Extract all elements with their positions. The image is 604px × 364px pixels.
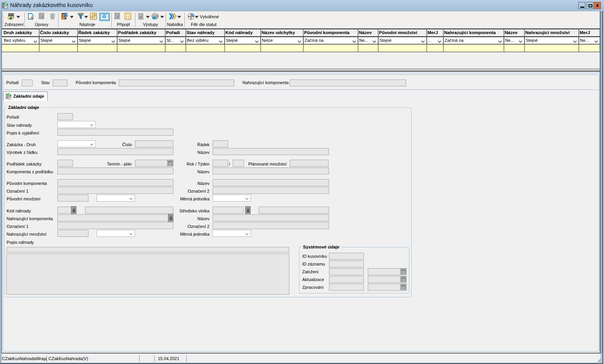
svg-text:?: ? (103, 15, 105, 19)
